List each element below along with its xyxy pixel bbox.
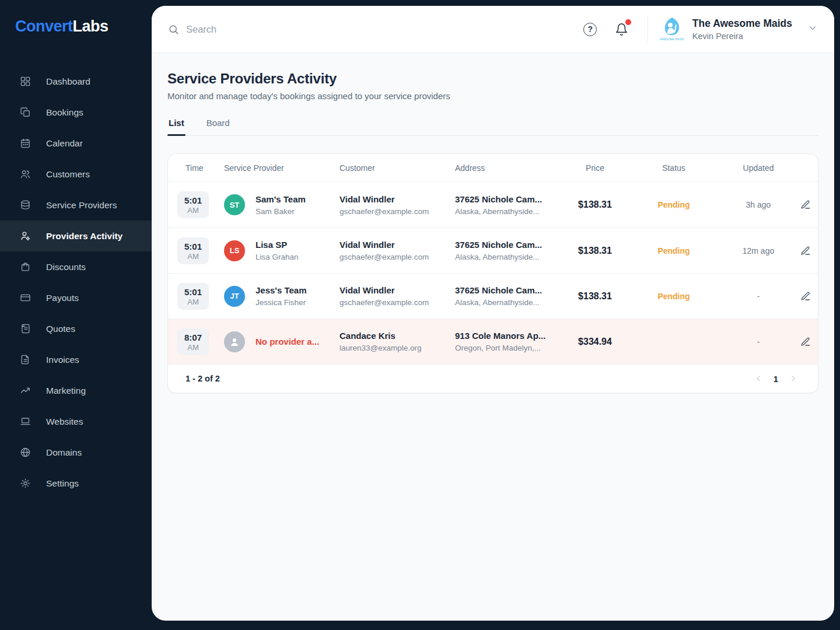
time-meridiem: AM <box>177 206 209 215</box>
customer-email: gschaefer@example.com <box>340 207 455 216</box>
sidebar-nav: Dashboard Bookings Calendar Customers Se… <box>0 66 152 499</box>
chevron-down-icon <box>807 23 818 36</box>
invoices-icon <box>20 354 31 365</box>
sidebar-item-customers[interactable]: Customers <box>0 159 152 190</box>
account-menu[interactable]: AWESOME MAIDS The Awesome Maids Kevin Pe… <box>661 16 818 42</box>
sidebar-item-label: Bookings <box>46 107 83 118</box>
customer-email: gschaefer@example.com <box>340 298 455 307</box>
address-line2: Oregon, Port Madelyn,... <box>455 344 566 352</box>
address-line1: 37625 Nichole Cam... <box>455 285 566 295</box>
time-badge: 5:01 AM <box>177 191 209 218</box>
customer-name: Vidal Windler <box>340 285 455 295</box>
notifications-button[interactable] <box>610 18 634 41</box>
app-logo-part2: Labs <box>73 18 108 35</box>
app-logo-part1: Convert <box>15 18 73 35</box>
address-line2: Alaska, Abernathyside... <box>455 298 566 307</box>
address-line2: Alaska, Abernathyside... <box>455 207 566 216</box>
table-row[interactable]: 5:01 AM JT Jess's Team Jessica Fisher Vi… <box>168 273 818 318</box>
view-tabs: List Board <box>167 118 818 136</box>
next-page-button[interactable] <box>784 369 803 388</box>
settings-icon <box>20 478 31 489</box>
status-badge: Pending <box>624 292 723 301</box>
provider-member: Jessica Fisher <box>256 298 307 307</box>
sidebar-item-label: Marketing <box>46 386 86 396</box>
address-line2: Alaska, Abernathyside... <box>455 253 566 261</box>
sidebar-item-label: Discounts <box>46 262 86 272</box>
sidebar-item-label: Settings <box>46 478 79 489</box>
table-footer: 1 - 2 of 2 1 <box>168 364 818 393</box>
sidebar-item-dashboard[interactable]: Dashboard <box>0 66 152 97</box>
provider-name: Jess's Team <box>256 285 307 295</box>
notification-dot <box>625 19 631 25</box>
websites-icon <box>20 416 31 427</box>
sidebar-item-label: Quotes <box>46 324 75 334</box>
updated: - <box>723 337 793 346</box>
sidebar-item-bookings[interactable]: Bookings <box>0 97 152 128</box>
address-line1: 37625 Nichole Cam... <box>455 194 566 204</box>
edit-button[interactable] <box>797 333 814 351</box>
address-line1: 37625 Nichole Cam... <box>455 240 566 250</box>
price: $138.31 <box>566 200 624 210</box>
service-providers-icon <box>20 200 31 211</box>
provider-name: Sam's Team <box>256 194 306 204</box>
time-badge: 5:01 AM <box>177 237 209 264</box>
edit-button[interactable] <box>797 196 814 214</box>
providers-activity-icon <box>20 230 31 242</box>
provider-avatar: JT <box>224 286 245 307</box>
sidebar-item-websites[interactable]: Websites <box>0 406 152 437</box>
col-header-time: Time <box>177 163 224 173</box>
time-meridiem: AM <box>177 252 209 261</box>
account-text: The Awesome Maids Kevin Pereira <box>692 18 792 41</box>
sidebar-item-discounts[interactable]: Discounts <box>0 251 152 282</box>
table-row[interactable]: 5:01 AM LS Lisa SP Lisa Grahan Vidal Win… <box>168 228 818 273</box>
sidebar-item-payouts[interactable]: Payouts <box>0 282 152 313</box>
topbar: ? AWESOME MAIDS The Awesome Maids <box>152 6 834 53</box>
edit-button[interactable] <box>797 242 814 260</box>
tab-board[interactable]: Board <box>205 118 231 135</box>
customer-name: Vidal Windler <box>340 194 455 204</box>
dashboard-icon <box>20 76 31 87</box>
sidebar-item-label: Payouts <box>46 293 79 303</box>
sidebar: ConvertLabs Dashboard Bookings Calendar … <box>0 0 152 630</box>
calendar-icon <box>20 138 31 149</box>
account-user: Kevin Pereira <box>692 32 792 41</box>
search-input[interactable] <box>186 24 431 35</box>
sidebar-item-providers-activity[interactable]: Providers Activity <box>0 220 152 251</box>
col-header-customer: Customer <box>340 163 455 173</box>
edit-button[interactable] <box>797 288 814 305</box>
sidebar-item-service-providers[interactable]: Service Providers <box>0 190 152 220</box>
main-panel: ? AWESOME MAIDS The Awesome Maids <box>152 6 834 621</box>
sidebar-item-quotes[interactable]: Quotes <box>0 313 152 344</box>
col-header-status: Status <box>624 163 723 173</box>
domains-icon <box>20 447 31 458</box>
no-provider-label: No provider a... <box>256 337 319 346</box>
table-row[interactable]: 5:01 AM ST Sam's Team Sam Baker Vidal Wi… <box>168 182 818 228</box>
bookings-table: Time Service Provider Customer Address P… <box>167 153 818 393</box>
topbar-actions: ? AWESOME MAIDS The Awesome Maids <box>579 16 818 42</box>
time-value: 8:07 <box>177 332 209 342</box>
sidebar-item-settings[interactable]: Settings <box>0 468 152 499</box>
prev-page-button[interactable] <box>749 369 768 388</box>
bookings-icon <box>20 107 31 118</box>
current-page[interactable]: 1 <box>774 374 778 384</box>
sidebar-item-label: Dashboard <box>46 76 90 87</box>
app-logo[interactable]: ConvertLabs <box>0 0 152 36</box>
col-header-address: Address <box>455 163 566 173</box>
price: $138.31 <box>566 291 624 302</box>
sidebar-item-invoices[interactable]: Invoices <box>0 344 152 375</box>
sidebar-item-domains[interactable]: Domains <box>0 437 152 468</box>
sidebar-item-marketing[interactable]: Marketing <box>0 375 152 406</box>
sidebar-item-label: Invoices <box>46 355 79 365</box>
tab-list[interactable]: List <box>167 118 186 135</box>
col-header-service-provider: Service Provider <box>224 163 340 173</box>
help-button[interactable]: ? <box>579 18 602 41</box>
sidebar-item-calendar[interactable]: Calendar <box>0 128 152 159</box>
help-icon: ? <box>583 23 597 36</box>
pagination: 1 <box>749 369 803 388</box>
search-icon <box>168 24 179 35</box>
table-row-unassigned[interactable]: 8:07 AM No provider a... Candace Kris la… <box>168 318 818 364</box>
address-line1: 913 Cole Manors Ap... <box>455 331 566 341</box>
time-value: 5:01 <box>177 242 209 251</box>
sidebar-item-label: Domains <box>46 447 82 458</box>
time-meridiem: AM <box>177 343 209 352</box>
